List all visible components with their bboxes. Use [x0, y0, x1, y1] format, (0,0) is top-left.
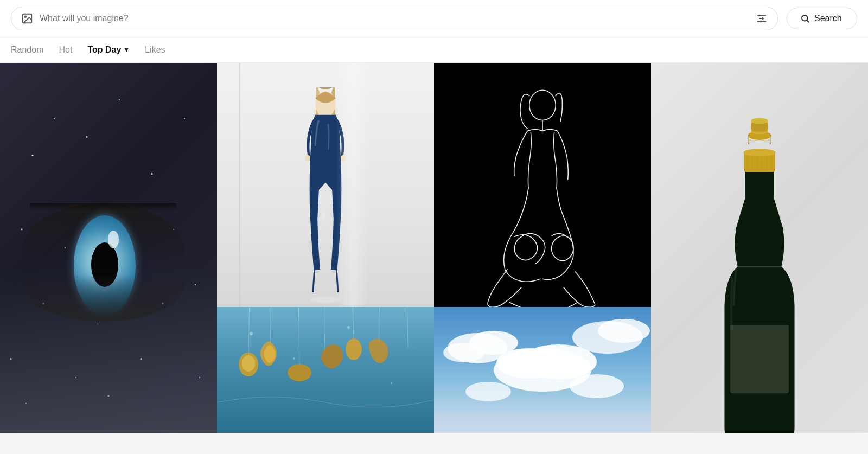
svg-line-22: [353, 307, 354, 343]
chevron-down-icon: ▼: [123, 46, 130, 54]
tab-top-day[interactable]: Top Day ▼: [87, 43, 130, 57]
image-clouds[interactable]: [434, 307, 651, 433]
svg-point-27: [288, 364, 311, 381]
image-bottle[interactable]: [651, 63, 868, 433]
grid-column-2: [217, 63, 434, 433]
grid-column-1: [0, 63, 217, 433]
svg-point-26: [242, 355, 255, 372]
image-icon: [21, 12, 33, 24]
tab-likes[interactable]: Likes: [145, 43, 165, 57]
nav-tabs: Random Hot Top Day ▼ Likes: [0, 37, 868, 63]
tab-random[interactable]: Random: [11, 43, 43, 57]
svg-point-38: [496, 348, 561, 379]
image-line-art[interactable]: [434, 63, 651, 307]
svg-point-39: [570, 374, 624, 398]
svg-point-1: [24, 16, 26, 17]
header: Search: [0, 0, 868, 37]
svg-rect-41: [434, 413, 651, 433]
svg-line-18: [248, 307, 250, 359]
svg-point-10: [760, 21, 762, 23]
svg-point-9: [762, 17, 764, 20]
grid-column-3: [434, 63, 651, 433]
svg-line-20: [298, 307, 299, 365]
svg-line-21: [324, 307, 326, 354]
search-input[interactable]: [40, 14, 749, 23]
image-latex-woman[interactable]: [217, 63, 434, 307]
svg-point-28: [346, 338, 362, 360]
image-grid: [0, 63, 868, 433]
search-button[interactable]: Search: [787, 8, 857, 29]
search-bar: [11, 7, 778, 30]
svg-point-35: [598, 319, 650, 343]
svg-point-29: [529, 90, 556, 120]
grid-column-4: [651, 63, 868, 433]
svg-rect-56: [730, 325, 789, 393]
svg-point-14: [322, 212, 326, 220]
svg-line-24: [407, 307, 408, 348]
image-eye[interactable]: [0, 63, 217, 433]
svg-point-50: [743, 149, 775, 156]
svg-point-15: [305, 155, 310, 161]
svg-line-12: [807, 20, 808, 22]
svg-point-33: [443, 343, 484, 362]
svg-rect-42: [745, 169, 774, 201]
tab-hot[interactable]: Hot: [59, 43, 72, 57]
search-button-label: Search: [814, 14, 842, 23]
filter-icon[interactable]: [756, 12, 768, 24]
image-coral[interactable]: [217, 307, 434, 433]
svg-point-55: [751, 118, 768, 124]
svg-point-17: [311, 297, 340, 303]
svg-point-8: [758, 15, 761, 17]
svg-point-40: [465, 382, 511, 401]
